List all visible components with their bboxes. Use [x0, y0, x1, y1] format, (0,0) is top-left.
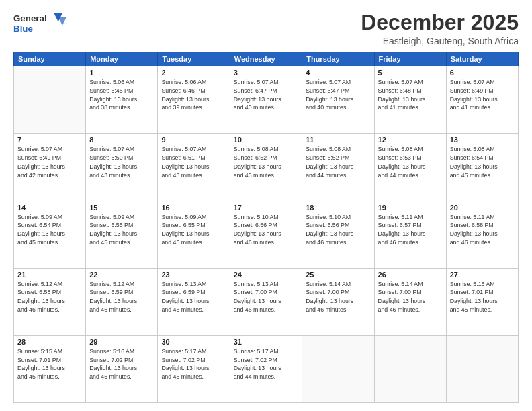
calendar-week-3: 14Sunrise: 5:09 AM Sunset: 6:54 PM Dayli… [14, 201, 519, 268]
day-number: 19 [378, 203, 443, 212]
calendar-header-row: SundayMondayTuesdayWednesdayThursdayFrid… [14, 52, 519, 66]
day-number: 8 [89, 136, 154, 144]
day-detail: Sunrise: 5:11 AM Sunset: 6:58 PM Dayligh… [450, 213, 515, 247]
day-detail: Sunrise: 5:08 AM Sunset: 6:52 PM Dayligh… [306, 145, 370, 179]
calendar-cell [14, 66, 86, 134]
svg-text:Blue: Blue [13, 24, 33, 34]
calendar-cell: 21Sunrise: 5:12 AM Sunset: 6:58 PM Dayli… [14, 268, 86, 335]
calendar-cell: 16Sunrise: 5:09 AM Sunset: 6:55 PM Dayli… [158, 201, 230, 268]
calendar-week-2: 7Sunrise: 5:07 AM Sunset: 6:49 PM Daylig… [14, 134, 519, 201]
logo: General Blue [13, 11, 67, 38]
day-detail: Sunrise: 5:09 AM Sunset: 6:55 PM Dayligh… [89, 213, 154, 247]
day-number: 1 [89, 68, 154, 77]
day-number: 28 [17, 338, 82, 346]
calendar-table: SundayMondayTuesdayWednesdayThursdayFrid… [13, 52, 519, 403]
logo-svg: General Blue [13, 11, 67, 38]
calendar-cell: 8Sunrise: 5:07 AM Sunset: 6:50 PM Daylig… [86, 134, 158, 201]
day-number: 13 [450, 136, 515, 144]
calendar-cell: 3Sunrise: 5:07 AM Sunset: 6:47 PM Daylig… [230, 66, 302, 134]
day-header-friday: Friday [374, 52, 446, 66]
calendar-cell: 24Sunrise: 5:13 AM Sunset: 7:00 PM Dayli… [230, 268, 302, 335]
day-number: 4 [306, 68, 370, 77]
calendar-cell: 23Sunrise: 5:13 AM Sunset: 6:59 PM Dayli… [158, 268, 230, 335]
day-detail: Sunrise: 5:10 AM Sunset: 6:56 PM Dayligh… [306, 213, 370, 247]
day-detail: Sunrise: 5:17 AM Sunset: 7:02 PM Dayligh… [234, 347, 299, 381]
calendar-cell: 13Sunrise: 5:08 AM Sunset: 6:54 PM Dayli… [446, 134, 518, 201]
day-number: 30 [161, 338, 226, 346]
day-header-wednesday: Wednesday [230, 52, 302, 66]
svg-marker-3 [58, 17, 66, 25]
day-detail: Sunrise: 5:08 AM Sunset: 6:52 PM Dayligh… [234, 145, 299, 179]
calendar-cell: 17Sunrise: 5:10 AM Sunset: 6:56 PM Dayli… [230, 201, 302, 268]
day-detail: Sunrise: 5:11 AM Sunset: 6:57 PM Dayligh… [378, 213, 443, 247]
day-detail: Sunrise: 5:10 AM Sunset: 6:56 PM Dayligh… [234, 213, 299, 247]
location-subtitle: Eastleigh, Gauteng, South Africa [361, 36, 519, 46]
day-number: 26 [378, 271, 443, 279]
day-number: 17 [234, 203, 299, 212]
calendar-cell: 14Sunrise: 5:09 AM Sunset: 6:54 PM Dayli… [14, 201, 86, 268]
calendar-cell: 1Sunrise: 5:06 AM Sunset: 6:45 PM Daylig… [86, 66, 158, 134]
day-detail: Sunrise: 5:15 AM Sunset: 7:01 PM Dayligh… [450, 280, 515, 314]
day-number: 15 [89, 203, 154, 212]
calendar-cell: 29Sunrise: 5:16 AM Sunset: 7:02 PM Dayli… [86, 335, 158, 402]
day-header-tuesday: Tuesday [158, 52, 230, 66]
day-detail: Sunrise: 5:07 AM Sunset: 6:47 PM Dayligh… [234, 78, 299, 112]
calendar-cell: 28Sunrise: 5:15 AM Sunset: 7:01 PM Dayli… [14, 335, 86, 402]
day-number: 10 [234, 136, 299, 144]
calendar-cell: 27Sunrise: 5:15 AM Sunset: 7:01 PM Dayli… [446, 268, 518, 335]
day-detail: Sunrise: 5:14 AM Sunset: 7:00 PM Dayligh… [378, 280, 443, 314]
day-number: 20 [450, 203, 515, 212]
calendar-cell: 22Sunrise: 5:12 AM Sunset: 6:59 PM Dayli… [86, 268, 158, 335]
page: General Blue December 2025 Eastleigh, Ga… [0, 0, 532, 411]
day-number: 3 [234, 68, 299, 77]
month-title: December 2025 [361, 11, 519, 34]
calendar-cell: 9Sunrise: 5:07 AM Sunset: 6:51 PM Daylig… [158, 134, 230, 201]
title-block: December 2025 Eastleigh, Gauteng, South … [361, 11, 519, 46]
day-number: 12 [378, 136, 443, 144]
calendar-cell: 20Sunrise: 5:11 AM Sunset: 6:58 PM Dayli… [446, 201, 518, 268]
day-header-monday: Monday [86, 52, 158, 66]
day-number: 21 [17, 271, 82, 279]
day-detail: Sunrise: 5:13 AM Sunset: 6:59 PM Dayligh… [161, 280, 226, 314]
day-number: 18 [306, 203, 370, 212]
day-detail: Sunrise: 5:07 AM Sunset: 6:49 PM Dayligh… [450, 78, 515, 112]
day-number: 2 [161, 68, 226, 77]
day-number: 27 [450, 271, 515, 279]
day-detail: Sunrise: 5:12 AM Sunset: 6:58 PM Dayligh… [17, 280, 82, 314]
calendar-week-5: 28Sunrise: 5:15 AM Sunset: 7:01 PM Dayli… [14, 335, 519, 402]
day-number: 24 [234, 271, 299, 279]
day-detail: Sunrise: 5:15 AM Sunset: 7:01 PM Dayligh… [17, 347, 82, 381]
calendar-cell: 25Sunrise: 5:14 AM Sunset: 7:00 PM Dayli… [302, 268, 374, 335]
calendar-cell: 18Sunrise: 5:10 AM Sunset: 6:56 PM Dayli… [302, 201, 374, 268]
day-detail: Sunrise: 5:07 AM Sunset: 6:48 PM Dayligh… [378, 78, 443, 112]
day-number: 16 [161, 203, 226, 212]
day-header-sunday: Sunday [14, 52, 86, 66]
day-detail: Sunrise: 5:13 AM Sunset: 7:00 PM Dayligh… [234, 280, 299, 314]
calendar-week-4: 21Sunrise: 5:12 AM Sunset: 6:58 PM Dayli… [14, 268, 519, 335]
calendar-cell: 2Sunrise: 5:06 AM Sunset: 6:46 PM Daylig… [158, 66, 230, 134]
day-detail: Sunrise: 5:17 AM Sunset: 7:02 PM Dayligh… [161, 347, 226, 381]
day-detail: Sunrise: 5:08 AM Sunset: 6:54 PM Dayligh… [450, 145, 515, 179]
day-detail: Sunrise: 5:07 AM Sunset: 6:47 PM Dayligh… [306, 78, 370, 112]
calendar-cell [446, 335, 518, 402]
day-detail: Sunrise: 5:07 AM Sunset: 6:50 PM Dayligh… [89, 145, 154, 179]
day-header-saturday: Saturday [446, 52, 518, 66]
day-number: 31 [234, 338, 299, 346]
calendar-cell: 30Sunrise: 5:17 AM Sunset: 7:02 PM Dayli… [158, 335, 230, 402]
day-number: 6 [450, 68, 515, 77]
day-number: 25 [306, 271, 370, 279]
calendar-cell: 4Sunrise: 5:07 AM Sunset: 6:47 PM Daylig… [302, 66, 374, 134]
calendar-cell [374, 335, 446, 402]
day-detail: Sunrise: 5:09 AM Sunset: 6:54 PM Dayligh… [17, 213, 82, 247]
calendar-cell: 5Sunrise: 5:07 AM Sunset: 6:48 PM Daylig… [374, 66, 446, 134]
calendar-cell [302, 335, 374, 402]
day-number: 22 [89, 271, 154, 279]
svg-text:General: General [13, 13, 47, 24]
day-detail: Sunrise: 5:08 AM Sunset: 6:53 PM Dayligh… [378, 145, 443, 179]
day-detail: Sunrise: 5:14 AM Sunset: 7:00 PM Dayligh… [306, 280, 370, 314]
day-detail: Sunrise: 5:12 AM Sunset: 6:59 PM Dayligh… [89, 280, 154, 314]
calendar-cell: 26Sunrise: 5:14 AM Sunset: 7:00 PM Dayli… [374, 268, 446, 335]
header: General Blue December 2025 Eastleigh, Ga… [13, 11, 519, 46]
day-number: 23 [161, 271, 226, 279]
day-number: 7 [17, 136, 82, 144]
